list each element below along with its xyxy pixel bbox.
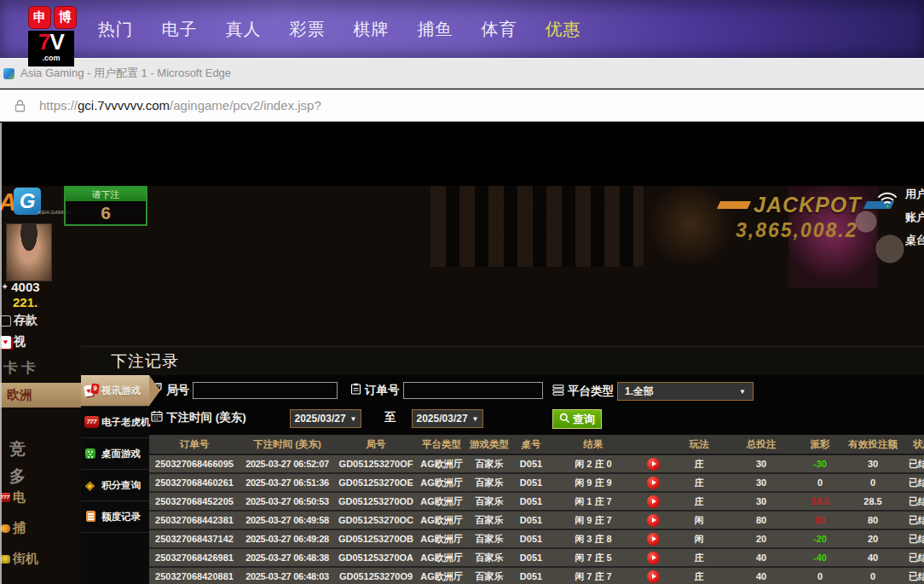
platform-label: 平台类型 [568, 384, 614, 399]
jackpot-label: JACKPOT [754, 193, 861, 217]
cell-status: 已结算 [899, 511, 924, 529]
replay-play-icon[interactable] [647, 458, 660, 471]
round-label: 局号 [166, 383, 189, 398]
cell-order: 250327068437142 [149, 529, 240, 548]
sidebar-item[interactable]: 桌面游戏 [81, 438, 149, 470]
slots-icon [84, 415, 99, 429]
replay-play-icon[interactable] [647, 514, 660, 527]
nav-item[interactable]: 捕鱼 [403, 18, 467, 41]
date-from-select[interactable]: 2025/03/27▼ [290, 409, 361, 428]
deposit-button[interactable]: 存款 [0, 313, 38, 328]
site-navbar: 申 博 7V .com 热门电子真人彩票棋牌捕鱼体育优惠 [0, 0, 924, 58]
cell-result: 闲 9 庄 7 [550, 511, 637, 529]
cell-status: 已结算 [899, 492, 924, 511]
cell-result: 闲 7 庄 7 [550, 567, 637, 584]
cell-round: GD051253270OB [335, 529, 417, 548]
cell-valid: 0 [846, 473, 899, 492]
order-input[interactable] [403, 382, 543, 399]
platform-icon [552, 384, 564, 399]
col-method: 玩法 [669, 435, 729, 454]
cell-method: 庄 [669, 454, 729, 473]
cell-valid: 20 [846, 529, 899, 548]
nav-item[interactable]: 优惠 [531, 18, 595, 41]
nav-item[interactable]: 真人 [211, 18, 275, 41]
nav-item[interactable]: 彩票 [275, 18, 339, 41]
date-to-select[interactable]: 2025/03/27▼ [412, 409, 483, 428]
cell-order: 250327068426981 [149, 548, 240, 567]
document-icon [84, 510, 99, 523]
round-input[interactable] [193, 382, 338, 399]
cell-result: 闲 3 庄 8 [550, 529, 637, 548]
cell-payout: 0 [794, 567, 846, 584]
cell-method: 庄 [669, 548, 729, 567]
sidebar-item[interactable]: 积分查询 [81, 470, 149, 501]
nav-item[interactable]: 电子 [147, 18, 211, 41]
nav-item[interactable]: 棋牌 [339, 18, 403, 41]
menu-table[interactable]: 桌台 [905, 233, 924, 248]
cell-time: 2025-03-27 06:48:03 [240, 567, 335, 584]
lobby-video-item[interactable]: ♥视 [0, 334, 26, 350]
bet-records-panel: 下注记录 视讯游戏 电子老虎机 桌面游戏 积分查询 额度记录 局号 [81, 346, 924, 584]
site-logo[interactable]: 申 博 7V .com [28, 6, 77, 66]
cell-replay [637, 492, 669, 511]
replay-play-icon[interactable] [647, 552, 660, 564]
cell-bet: 30 [729, 473, 794, 492]
window-left-edge [0, 123, 2, 584]
replay-play-icon[interactable] [647, 533, 660, 546]
replay-play-icon[interactable] [647, 495, 660, 508]
cell-order: 250327068466095 [149, 454, 240, 473]
lock-icon[interactable] [14, 99, 26, 113]
cell-valid: 30 [846, 454, 899, 473]
sidebar-item[interactable]: 额度记录 [81, 501, 149, 533]
table-row: 250327068437142 2025-03-27 06:49:28 GD05… [149, 529, 924, 548]
col-round: 局号 [335, 435, 417, 454]
lobby-slots-item[interactable]: 777电 [0, 489, 26, 506]
cell-round: GD051253270OF [335, 454, 417, 473]
sidebar-menu: 视讯游戏 电子老虎机 桌面游戏 积分查询 额度记录 [81, 375, 149, 584]
cell-replay [637, 567, 669, 584]
address-bar[interactable]: https://gci.7vvvvvv.com/agingame/pcv2/in… [0, 90, 924, 122]
bet-time-label: 下注时间 (美东) [166, 410, 246, 425]
lobby-hall-item[interactable]: 欧洲 [0, 383, 81, 408]
cell-status: 已结算 [899, 548, 924, 567]
sidebar-item[interactable]: 电子老虎机 [81, 407, 149, 438]
nav-item[interactable]: 热门 [84, 18, 147, 41]
star-icon: ✦ [1, 281, 9, 292]
points-value: 221. [13, 295, 38, 309]
cell-result: 闲 9 庄 9 [550, 473, 637, 492]
jackpot-banner: JACKPOT 3,865,008.2 [719, 193, 892, 242]
cell-platform: AG欧洲厅 [417, 492, 466, 511]
url-field[interactable]: https://gci.7vvvvvv.com/agingame/pcv2/in… [39, 98, 321, 113]
lobby-fishing-item[interactable]: 捕 [0, 520, 26, 536]
bet-table-body: 250327068466095 2025-03-27 06:52:07 GD05… [149, 454, 924, 584]
lobby-duo-label: 多 [9, 465, 26, 488]
cell-bet: 20 [729, 529, 794, 548]
nav-item[interactable]: 体育 [467, 18, 531, 41]
logo-main: 7V .com [28, 31, 74, 66]
table-header-row: 订单号 下注时间 (美东) 局号 平台类型 游戏类型 桌号 结果 玩法 总投注 [149, 435, 924, 454]
sidebar-item[interactable]: 视讯游戏 [81, 375, 149, 407]
cell-payout: 0 [794, 473, 846, 492]
replay-play-icon[interactable] [647, 570, 660, 583]
cell-replay [637, 473, 669, 492]
cell-replay [637, 548, 669, 567]
lobby-arcade-item[interactable]: 街机 [0, 551, 38, 567]
menu-account[interactable]: 账户 [905, 210, 924, 225]
col-table: 桌号 [512, 435, 550, 454]
search-button[interactable]: 查询 [552, 409, 602, 429]
screen: 申 博 7V .com 热门电子真人彩票棋牌捕鱼体育优惠 Asia Gaming… [0, 0, 924, 584]
cell-status: 已结算 [899, 567, 924, 584]
cell-table: D051 [512, 511, 550, 529]
panel-main: 局号 订单号 平台类型 1.全部 [149, 375, 924, 584]
cell-time: 2025-03-27 06:51:36 [240, 473, 335, 492]
cell-table: D051 [512, 473, 550, 492]
col-status: 状态 [899, 435, 924, 454]
menu-user[interactable]: 用户 [905, 187, 924, 202]
lobby-jing-label: 竞 [9, 438, 26, 460]
cell-payout: -40 [794, 548, 846, 567]
replay-play-icon[interactable] [647, 477, 660, 489]
cell-method: 庄 [669, 473, 729, 492]
cell-result: 闲 7 庄 5 [550, 548, 637, 567]
cell-order: 250327068452205 [149, 492, 240, 511]
platform-select[interactable]: 1.全部 ▼ [617, 382, 754, 401]
